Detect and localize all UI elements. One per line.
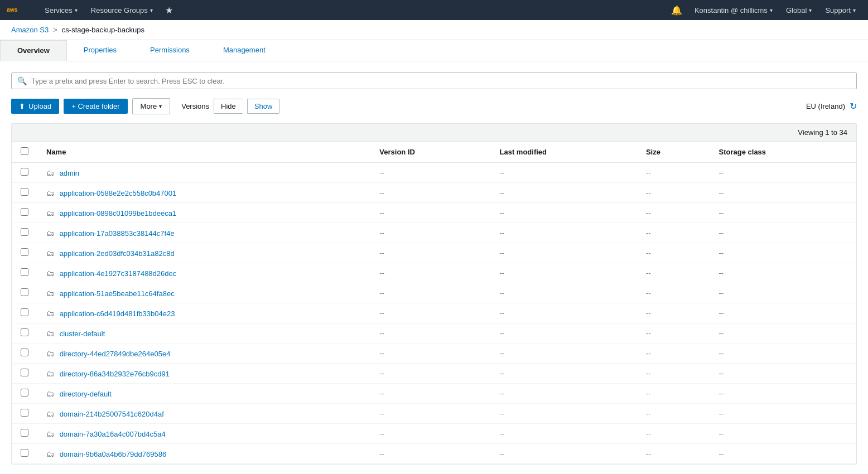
folder-icon: 🗂	[46, 188, 54, 197]
refresh-icon[interactable]: ↻	[850, 101, 857, 112]
select-all-checkbox[interactable]	[21, 147, 28, 155]
nav-support[interactable]: Support ▾	[819, 4, 861, 17]
row-version-id: --	[370, 424, 490, 444]
action-bar: ⬆ Upload + Create folder More ▾ Versions…	[11, 98, 857, 114]
breadcrumb: Amazon S3 > cs-stage-backup-backups	[0, 20, 868, 40]
create-folder-button[interactable]: + Create folder	[64, 99, 127, 114]
row-version-id: --	[370, 404, 490, 424]
row-name: 🗂 application-c6d419d481fb33b04e23	[37, 303, 370, 323]
file-link[interactable]: application-0898c01099be1bdeeca1	[60, 209, 177, 217]
file-link[interactable]: directory-default	[60, 390, 112, 398]
file-link[interactable]: application-c6d419d481fb33b04e23	[60, 309, 175, 318]
row-storage-class: --	[710, 323, 856, 344]
folder-icon: 🗂	[46, 269, 54, 278]
tab-permissions[interactable]: Permissions	[133, 40, 206, 61]
upload-button[interactable]: ⬆ Upload	[11, 99, 59, 114]
row-name: 🗂 domain-214b25007541c620d4af	[37, 404, 370, 424]
row-size: --	[637, 283, 710, 303]
nav-bell[interactable]: 🔔	[667, 3, 687, 18]
row-checkbox[interactable]	[12, 424, 37, 444]
file-link[interactable]: domain-7a30a16a4c007bd4c5a4	[60, 430, 166, 438]
file-link[interactable]: cluster-default	[60, 330, 105, 338]
folder-icon: 🗂	[46, 349, 54, 358]
row-last-modified: --	[491, 183, 637, 203]
row-last-modified: --	[491, 323, 637, 344]
tab-overview[interactable]: Overview	[0, 40, 67, 61]
row-checkbox[interactable]	[12, 384, 37, 404]
row-size: --	[637, 183, 710, 203]
file-link[interactable]: directory-44ed27849dbe264e05e4	[60, 350, 171, 358]
row-checkbox[interactable]	[12, 263, 37, 283]
table-row: 🗂 application-2ed03dfc034b31a82c8d -- --…	[12, 243, 856, 263]
row-version-id: --	[370, 364, 490, 384]
more-button[interactable]: More ▾	[132, 98, 171, 114]
aws-logo[interactable]: aws	[7, 2, 31, 18]
search-input[interactable]	[31, 77, 851, 85]
show-button[interactable]: Show	[247, 99, 280, 114]
row-checkbox[interactable]	[12, 404, 37, 424]
folder-icon: 🗂	[46, 209, 54, 217]
row-checkbox[interactable]	[12, 364, 37, 384]
row-size: --	[637, 243, 710, 263]
folder-icon: 🗂	[46, 249, 54, 258]
row-size: --	[637, 203, 710, 223]
svg-text:aws: aws	[7, 7, 18, 13]
row-name: 🗂 directory-44ed27849dbe264e05e4	[37, 344, 370, 364]
table-row: 🗂 application-0588e2e2c558c0b47001 -- --…	[12, 183, 856, 203]
file-link[interactable]: application-4e1927c3187488d26dec	[60, 269, 177, 278]
table-row: 🗂 admin -- -- -- --	[12, 163, 856, 183]
nav-resource-groups[interactable]: Resource Groups ▾	[85, 4, 158, 17]
row-size: --	[637, 384, 710, 404]
file-link[interactable]: domain-214b25007541c620d4af	[60, 410, 164, 418]
row-checkbox[interactable]	[12, 444, 37, 464]
row-version-id: --	[370, 444, 490, 464]
file-link[interactable]: admin	[60, 169, 79, 177]
row-storage-class: --	[710, 163, 856, 183]
row-size: --	[637, 344, 710, 364]
tab-management[interactable]: Management	[206, 40, 282, 61]
row-checkbox[interactable]	[12, 243, 37, 263]
col-checkbox	[12, 142, 37, 163]
row-storage-class: --	[710, 424, 856, 444]
row-checkbox[interactable]	[12, 223, 37, 243]
row-name: 🗂 application-0898c01099be1bdeeca1	[37, 203, 370, 223]
table-row: 🗂 application-c6d419d481fb33b04e23 -- --…	[12, 303, 856, 323]
row-size: --	[637, 364, 710, 384]
row-name: 🗂 admin	[37, 163, 370, 183]
row-version-id: --	[370, 384, 490, 404]
row-size: --	[637, 263, 710, 283]
folder-icon: 🗂	[46, 449, 54, 458]
nav-global[interactable]: Global ▾	[780, 4, 818, 17]
tab-properties[interactable]: Properties	[67, 40, 133, 61]
row-storage-class: --	[710, 183, 856, 203]
table-row: 🗂 application-51ae5beabe11c64fa8ec -- --…	[12, 283, 856, 303]
nav-star[interactable]: ★	[161, 3, 177, 18]
row-storage-class: --	[710, 203, 856, 223]
breadcrumb-parent[interactable]: Amazon S3	[11, 26, 49, 34]
search-icon: 🔍	[17, 76, 27, 85]
file-link[interactable]: domain-9b6a0a4b6b79dd769586	[60, 450, 167, 458]
file-link[interactable]: application-51ae5beabe11c64fa8ec	[60, 289, 175, 298]
row-checkbox[interactable]	[12, 303, 37, 323]
row-checkbox[interactable]	[12, 283, 37, 303]
row-storage-class: --	[710, 364, 856, 384]
row-checkbox[interactable]	[12, 203, 37, 223]
row-checkbox[interactable]	[12, 344, 37, 364]
table-row: 🗂 domain-7a30a16a4c007bd4c5a4 -- -- -- -…	[12, 424, 856, 444]
row-checkbox[interactable]	[12, 323, 37, 344]
file-link[interactable]: application-17a038853c38144c7f4e	[60, 229, 175, 238]
row-checkbox[interactable]	[12, 183, 37, 203]
row-size: --	[637, 323, 710, 344]
nav-user[interactable]: Konstantin @ chillicms ▾	[689, 4, 778, 17]
table-row: 🗂 application-0898c01099be1bdeeca1 -- --…	[12, 203, 856, 223]
file-link[interactable]: application-2ed03dfc034b31a82c8d	[60, 249, 175, 258]
row-version-id: --	[370, 323, 490, 344]
row-size: --	[637, 444, 710, 464]
table-header-bar: Viewing 1 to 34	[12, 124, 856, 142]
row-checkbox[interactable]	[12, 163, 37, 183]
hide-button[interactable]: Hide	[214, 99, 243, 114]
row-last-modified: --	[491, 344, 637, 364]
file-link[interactable]: application-0588e2e2c558c0b47001	[60, 189, 177, 197]
file-link[interactable]: directory-86a34b2932e76cb9cd91	[60, 370, 170, 378]
nav-services[interactable]: Services ▾	[39, 4, 83, 17]
